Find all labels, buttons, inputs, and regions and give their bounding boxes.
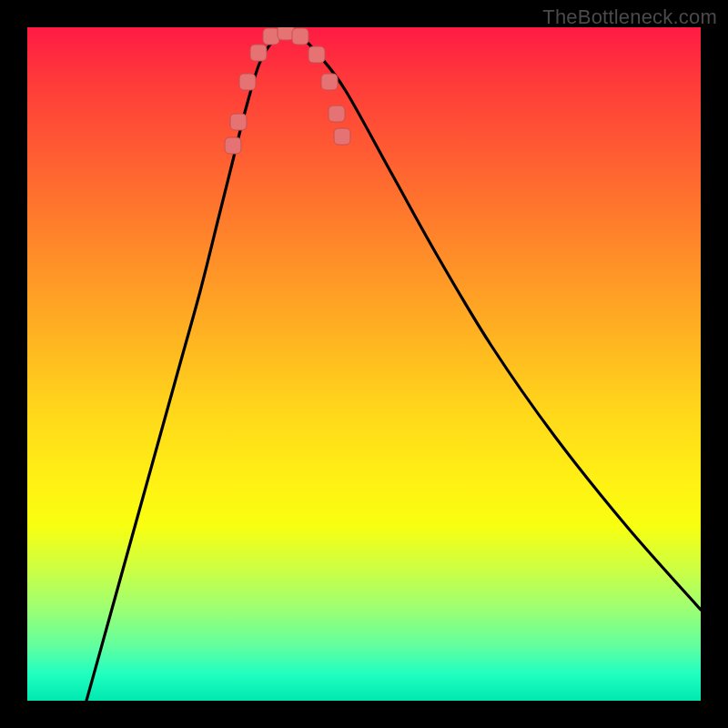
curve-markers [225,27,350,154]
curve-marker [308,46,325,63]
curve-marker [230,114,247,130]
curve-marker [225,137,241,154]
bottleneck-curve [27,27,701,701]
curve-marker [263,28,279,45]
curve-marker [292,28,308,45]
curve-marker [278,27,294,40]
curve-path [86,32,701,701]
curve-marker [321,74,338,90]
curve-marker [250,45,267,61]
curve-marker [239,74,256,90]
watermark-text: TheBottleneck.com [542,5,717,29]
curve-marker [329,106,345,122]
curve-marker [334,128,350,145]
chart-area [27,27,701,701]
